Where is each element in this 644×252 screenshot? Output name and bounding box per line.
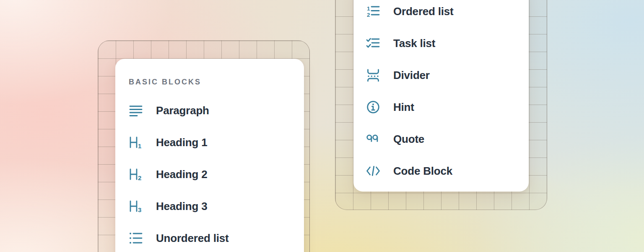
menu-item-heading-1[interactable]: 1 Heading 1 bbox=[129, 126, 304, 158]
menu-item-label: Task list bbox=[393, 37, 435, 50]
menu-item-paragraph[interactable]: Paragraph bbox=[129, 94, 304, 126]
menu-item-label: Hint bbox=[393, 101, 414, 114]
hero-background: BASIC BLOCKS Paragraph 1 Heading 1 bbox=[0, 0, 644, 252]
code-block-icon bbox=[366, 164, 380, 178]
menu-item-unordered-list[interactable]: Unordered list bbox=[129, 222, 304, 252]
menu-item-label: Code Block bbox=[393, 165, 452, 178]
menu-item-label: Ordered list bbox=[393, 5, 454, 18]
menu-item-label: Unordered list bbox=[156, 232, 229, 245]
menu-item-label: Paragraph bbox=[156, 104, 209, 117]
menu-item-ordered-list[interactable]: 1 2 Ordered list bbox=[366, 0, 529, 27]
menu-item-hint[interactable]: Hint bbox=[366, 91, 529, 123]
menu-item-heading-2[interactable]: 2 Heading 2 bbox=[129, 158, 304, 190]
divider-icon bbox=[366, 68, 380, 82]
unordered-list-icon bbox=[129, 231, 143, 245]
heading-1-icon: 1 bbox=[129, 135, 143, 150]
basic-blocks-menu-card: BASIC BLOCKS Paragraph 1 Heading 1 bbox=[115, 59, 304, 252]
menu-item-label: Heading 3 bbox=[156, 200, 207, 213]
heading-3-icon: 3 bbox=[129, 199, 143, 213]
menu-item-code-block[interactable]: Code Block bbox=[366, 155, 529, 187]
hint-icon bbox=[366, 100, 380, 114]
menu-item-heading-3[interactable]: 3 Heading 3 bbox=[129, 190, 304, 222]
quote-icon bbox=[366, 132, 380, 146]
svg-text:2: 2 bbox=[138, 174, 141, 181]
menu-item-label: Divider bbox=[393, 69, 430, 82]
menu-item-label: Quote bbox=[393, 133, 424, 146]
section-label: BASIC BLOCKS bbox=[129, 78, 304, 86]
svg-text:3: 3 bbox=[138, 206, 141, 213]
paragraph-icon bbox=[129, 103, 143, 118]
menu-item-task-list[interactable]: Task list bbox=[366, 27, 529, 59]
menu-item-label: Heading 2 bbox=[156, 168, 207, 181]
menu-item-quote[interactable]: Quote bbox=[366, 123, 529, 155]
ordered-list-icon: 1 2 bbox=[366, 4, 380, 18]
svg-text:1: 1 bbox=[367, 5, 370, 12]
task-list-icon bbox=[366, 36, 380, 50]
blocks-menu-card: 1 2 Ordered list Task list bbox=[353, 0, 529, 192]
menu-item-label: Heading 1 bbox=[156, 136, 207, 149]
svg-text:2: 2 bbox=[367, 12, 370, 18]
svg-text:1: 1 bbox=[138, 142, 141, 150]
menu-item-divider[interactable]: Divider bbox=[366, 59, 529, 91]
heading-2-icon: 2 bbox=[129, 167, 143, 181]
